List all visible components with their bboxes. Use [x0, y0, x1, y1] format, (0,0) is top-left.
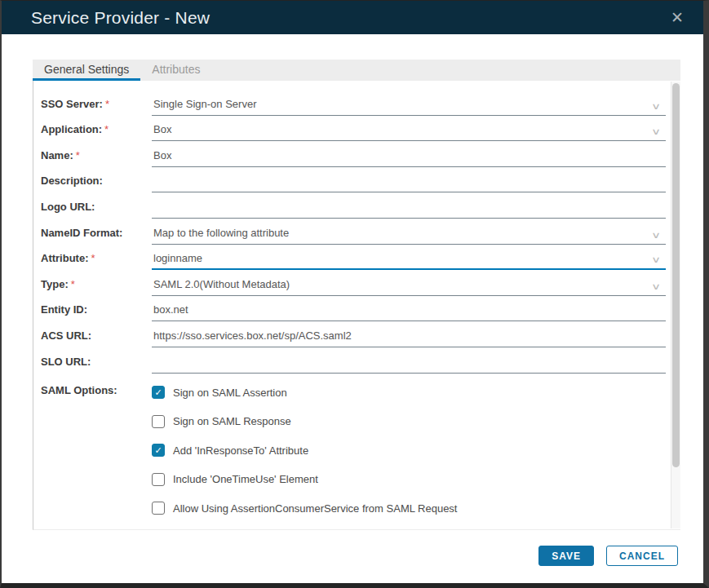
checkbox-label: Add 'InResponseTo' Attribute: [173, 444, 308, 457]
tab-attributes[interactable]: Attributes: [140, 60, 211, 81]
field-row-type: Type:* SAML 2.0(Without Metadata) ∨: [41, 270, 680, 296]
saml-options-section: SAML Options: ✓ Sign on SAML Assertion S…: [41, 378, 680, 524]
input-entity-id[interactable]: box.net ∨: [152, 303, 666, 321]
unchecked-checkbox-allow-using-assertionconsumerservice-from-saml-request[interactable]: [152, 502, 165, 515]
chevron-down-icon[interactable]: ∨: [651, 254, 661, 265]
general-settings-panel: SSO Server:* Single Sign-on Server ∨ App…: [33, 81, 680, 530]
required-asterisk: *: [91, 252, 95, 264]
required-asterisk: *: [105, 98, 109, 110]
dialog-header: Service Provider - New ✕: [2, 1, 703, 34]
tab-bar: General SettingsAttributes: [33, 60, 680, 81]
input-description[interactable]: ∨: [152, 175, 666, 192]
tab-general-settings[interactable]: General Settings: [33, 60, 140, 81]
field-value-sso-server: Single Sign-on Server: [153, 98, 256, 110]
field-value-nameid-format: Map to the following attribute: [153, 227, 289, 239]
unchecked-checkbox-include-onetimeuse-element[interactable]: [152, 473, 165, 486]
select-application[interactable]: Box ∨: [152, 123, 666, 141]
field-label-entity-id: Entity ID:: [41, 303, 87, 316]
field-value-attribute: loginname: [153, 252, 202, 264]
close-icon[interactable]: ✕: [667, 8, 687, 27]
unchecked-checkbox-sign-on-saml-response[interactable]: [152, 415, 165, 428]
checkbox-row-include-onetimeuse-element[interactable]: Include 'OneTimeUse' Element: [152, 465, 680, 494]
vertical-scrollbar[interactable]: [671, 82, 680, 528]
checkbox-label: Sign on SAML Assertion: [173, 387, 287, 399]
checkbox-row-sign-on-saml-response[interactable]: Sign on SAML Response: [152, 407, 680, 436]
chevron-down-icon[interactable]: ∨: [651, 230, 661, 241]
field-row-description: Description:* ∨: [41, 167, 680, 193]
field-value-application: Box: [153, 123, 171, 135]
field-row-acs-url: ACS URL:* https://sso.services.box.net/s…: [41, 321, 680, 347]
scrollbar-thumb[interactable]: [672, 83, 680, 467]
checkbox-label: Include 'OneTimeUse' Element: [173, 473, 318, 485]
cancel-button[interactable]: CANCEL: [606, 546, 678, 566]
field-value-acs-url: https://sso.services.box.net/sp/ACS.saml…: [153, 329, 352, 342]
field-row-application: Application:* Box ∨: [41, 116, 680, 142]
checked-checkbox-add-inresponseto-attribute[interactable]: ✓: [152, 444, 165, 457]
chevron-down-icon[interactable]: ∨: [651, 101, 661, 112]
field-row-slo-url: SLO URL:* ∨: [41, 347, 680, 374]
field-value-entity-id: box.net: [153, 303, 188, 316]
required-asterisk: *: [104, 123, 109, 135]
input-logo-url[interactable]: ∨: [152, 201, 666, 219]
checkbox-label: Sign on SAML Response: [173, 415, 291, 427]
dialog-footer: SAVE CANCEL: [538, 546, 678, 566]
field-label-slo-url: SLO URL:: [41, 356, 91, 368]
field-label-nameid-format: NameID Format:: [41, 227, 122, 239]
input-name[interactable]: Box ∨: [152, 149, 666, 167]
input-slo-url[interactable]: ∨: [152, 356, 666, 374]
field-row-entity-id: Entity ID:* box.net ∨: [41, 296, 680, 322]
select-nameid-format[interactable]: Map to the following attribute ∨: [152, 227, 666, 245]
field-value-name: Box: [153, 149, 171, 161]
field-label-type: Type:: [41, 278, 69, 290]
field-label-acs-url: ACS URL:: [41, 329, 91, 342]
save-button[interactable]: SAVE: [538, 546, 594, 566]
form-fields: SSO Server:* Single Sign-on Server ∨ App…: [41, 90, 680, 374]
field-label-attribute: Attribute:: [41, 252, 89, 264]
saml-options-list: ✓ Sign on SAML Assertion Sign on SAML Re…: [152, 378, 680, 524]
field-label-application: Application:: [41, 123, 102, 135]
field-row-attribute: Attribute:* loginname ∨: [41, 245, 680, 271]
checkbox-label: Allow Using AssertionConsumerService fro…: [173, 502, 458, 515]
checkbox-row-allow-using-assertionconsumerservice-from-saml-request[interactable]: Allow Using AssertionConsumerService fro…: [152, 494, 680, 524]
dialog-title: Service Provider - New: [31, 8, 667, 28]
field-label-description: Description:: [41, 175, 103, 187]
chevron-down-icon[interactable]: ∨: [651, 126, 661, 137]
chevron-down-icon[interactable]: ∨: [651, 281, 661, 292]
service-provider-dialog: Service Provider - New ✕ General Setting…: [0, 0, 709, 588]
field-row-name: Name:* Box ∨: [41, 141, 680, 167]
checkbox-row-sign-on-saml-assertion[interactable]: ✓ Sign on SAML Assertion: [152, 378, 680, 408]
select-type[interactable]: SAML 2.0(Without Metadata) ∨: [152, 278, 666, 296]
field-value-type: SAML 2.0(Without Metadata): [153, 278, 290, 290]
field-label-sso-server: SSO Server:: [41, 98, 103, 110]
saml-options-label: SAML Options:: [41, 378, 152, 402]
field-label-logo-url: Logo URL:: [41, 201, 95, 213]
select-attribute[interactable]: loginname ∨: [152, 252, 666, 270]
field-row-sso-server: SSO Server:* Single Sign-on Server ∨: [41, 90, 680, 116]
field-label-name: Name:: [41, 149, 73, 161]
checkbox-row-add-inresponseto-attribute[interactable]: ✓ Add 'InResponseTo' Attribute: [152, 436, 680, 466]
input-acs-url[interactable]: https://sso.services.box.net/sp/ACS.saml…: [152, 329, 666, 347]
field-row-logo-url: Logo URL:* ∨: [41, 192, 680, 219]
field-row-nameid-format: NameID Format:* Map to the following att…: [41, 219, 680, 245]
required-asterisk: *: [71, 278, 75, 290]
checked-checkbox-sign-on-saml-assertion[interactable]: ✓: [152, 386, 165, 399]
required-asterisk: *: [76, 149, 80, 161]
select-sso-server[interactable]: Single Sign-on Server ∨: [152, 98, 666, 116]
